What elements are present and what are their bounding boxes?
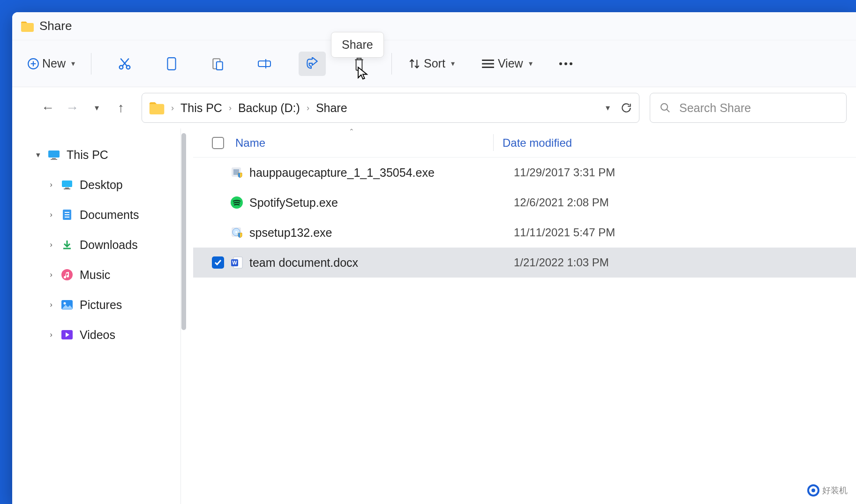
chevron-right-icon: ›	[46, 330, 56, 339]
paste-icon	[211, 57, 224, 71]
svg-rect-24	[65, 188, 69, 188]
file-row[interactable]: SpotifySetup.exe12/6/2021 2:08 PM	[193, 188, 856, 218]
address-bar[interactable]: › This PC › Backup (D:) › Share ▾	[142, 93, 639, 123]
share-button[interactable]	[299, 52, 326, 76]
chevron-right-icon: ›	[46, 180, 56, 189]
file-date: 1/21/2022 1:03 PM	[514, 256, 609, 269]
svg-point-15	[559, 62, 562, 65]
column-header-name[interactable]: Name	[235, 136, 265, 150]
share-tooltip: Share	[331, 32, 384, 58]
file-row[interactable]: hauppaugecapture_1_1_35054.exe11/29/2017…	[193, 158, 856, 188]
cut-button[interactable]	[111, 52, 138, 76]
svg-rect-7	[167, 58, 175, 70]
sidebar-item-music[interactable]: › Music	[12, 260, 180, 290]
crumb-share[interactable]: Share	[312, 99, 351, 117]
recent-button[interactable]: ▾	[86, 98, 107, 118]
svg-rect-10	[258, 61, 270, 67]
chevron-right-icon: ›	[46, 240, 56, 249]
sidebar-item-label: This PC	[67, 148, 108, 162]
divider	[391, 53, 392, 75]
column-header-date[interactable]: Date modified	[503, 136, 572, 150]
svg-rect-21	[52, 158, 56, 159]
more-icon	[559, 61, 573, 66]
svg-rect-25	[64, 188, 70, 189]
more-button[interactable]	[552, 52, 579, 76]
file-name: team document.docx	[249, 256, 358, 270]
copy-button[interactable]	[159, 52, 184, 76]
select-all-checkbox[interactable]	[212, 137, 224, 149]
new-label: New	[42, 57, 66, 70]
row-checkbox[interactable]	[212, 226, 224, 239]
sidebar-item-videos[interactable]: › Videos	[12, 320, 180, 350]
paste-button[interactable]	[205, 52, 230, 76]
file-name: hauppaugecapture_1_1_35054.exe	[249, 166, 435, 180]
view-button[interactable]: View ▾	[474, 52, 539, 76]
file-row[interactable]: spsetup132.exe11/11/2021 5:47 PM	[193, 218, 856, 248]
rename-button[interactable]	[251, 52, 278, 76]
file-list-area: ⌃ Name Date modified hauppaugecapture_1_…	[181, 128, 856, 504]
chevron-right-icon: ›	[46, 270, 56, 279]
svg-point-39	[235, 231, 237, 233]
sidebar-item-downloads[interactable]: › Downloads	[12, 230, 180, 260]
window-title: Share	[39, 19, 72, 33]
svg-point-16	[564, 62, 567, 65]
row-checkbox[interactable]	[212, 256, 224, 269]
sidebar-item-this-pc[interactable]: ▾ This PC	[12, 140, 180, 170]
title-bar: Share	[12, 12, 856, 40]
explorer-window: Share New ▾ Sort ▾	[12, 12, 856, 504]
forward-button[interactable]: →	[62, 98, 83, 118]
chevron-right-icon: ›	[168, 103, 177, 113]
file-date: 11/11/2021 5:47 PM	[514, 226, 615, 239]
svg-rect-9	[217, 61, 223, 69]
up-button[interactable]: ↑	[111, 98, 131, 118]
view-icon	[481, 59, 495, 69]
chevron-right-icon: ›	[304, 103, 312, 113]
svg-rect-22	[51, 159, 57, 160]
scrollbar-thumb[interactable]	[181, 133, 186, 330]
sort-icon	[408, 58, 421, 70]
sidebar-item-documents[interactable]: › Documents	[12, 200, 180, 230]
file-row[interactable]: Wteam document.docx1/21/2022 1:03 PM	[193, 248, 856, 278]
search-input[interactable]	[679, 101, 837, 115]
cut-icon	[118, 57, 132, 71]
scrollbar[interactable]	[181, 128, 187, 504]
sort-caret-icon: ⌃	[349, 128, 354, 135]
svg-rect-23	[62, 181, 72, 187]
refresh-icon[interactable]	[620, 102, 632, 114]
new-button[interactable]: New ▾	[21, 52, 82, 76]
svg-text:W: W	[232, 260, 237, 265]
view-label: View	[498, 57, 523, 70]
crumb-backup-d[interactable]: Backup (D:)	[234, 99, 304, 117]
rename-icon	[257, 58, 271, 70]
chevron-down-icon: ▾	[71, 59, 75, 68]
file-icon	[230, 166, 244, 179]
sidebar-item-label: Downloads	[80, 238, 138, 252]
svg-point-32	[64, 302, 66, 305]
search-box[interactable]	[650, 93, 847, 123]
chevron-down-icon[interactable]: ▾	[606, 103, 610, 113]
file-date: 11/29/2017 3:31 PM	[514, 166, 615, 179]
back-button[interactable]: ←	[38, 98, 58, 118]
sidebar-item-label: Desktop	[80, 178, 123, 192]
sort-button[interactable]: Sort ▾	[401, 52, 461, 76]
navigation-row: ← → ▾ ↑ › This PC › Backup (D:) › Share …	[12, 87, 856, 128]
crumb-this-pc[interactable]: This PC	[177, 99, 226, 117]
sidebar-item-pictures[interactable]: › Pictures	[12, 290, 180, 320]
row-checkbox[interactable]	[212, 196, 224, 209]
watermark-text: 好装机	[822, 485, 848, 496]
documents-icon	[60, 209, 74, 221]
file-icon	[230, 196, 244, 209]
desktop-icon	[60, 179, 74, 191]
downloads-icon	[60, 239, 74, 251]
this-pc-icon	[47, 149, 61, 161]
file-name: spsetup132.exe	[249, 226, 332, 240]
sidebar-item-desktop[interactable]: › Desktop	[12, 170, 180, 200]
svg-line-19	[667, 109, 669, 112]
folder-icon	[149, 101, 165, 114]
chevron-right-icon: ›	[46, 210, 56, 219]
copy-icon	[165, 57, 178, 71]
main-area: ▾ This PC › Desktop › Documents › Downlo…	[12, 128, 856, 504]
row-checkbox[interactable]	[212, 166, 224, 179]
sidebar-item-label: Documents	[80, 208, 139, 222]
column-divider[interactable]	[493, 134, 494, 151]
